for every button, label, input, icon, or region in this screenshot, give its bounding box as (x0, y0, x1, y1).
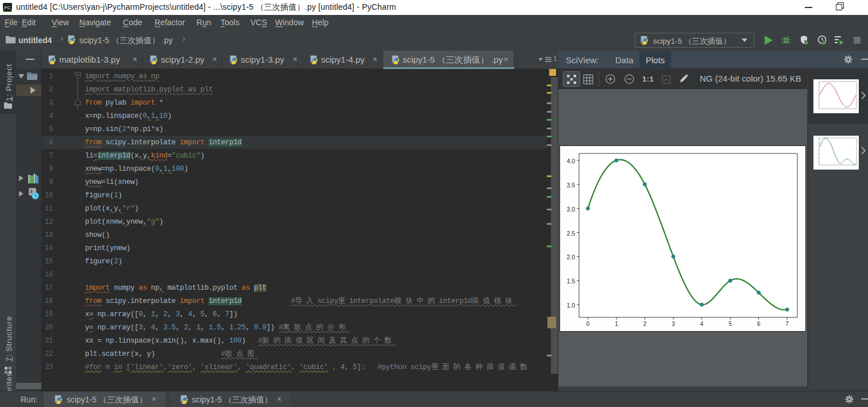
svg-text:PC: PC (5, 5, 11, 10)
